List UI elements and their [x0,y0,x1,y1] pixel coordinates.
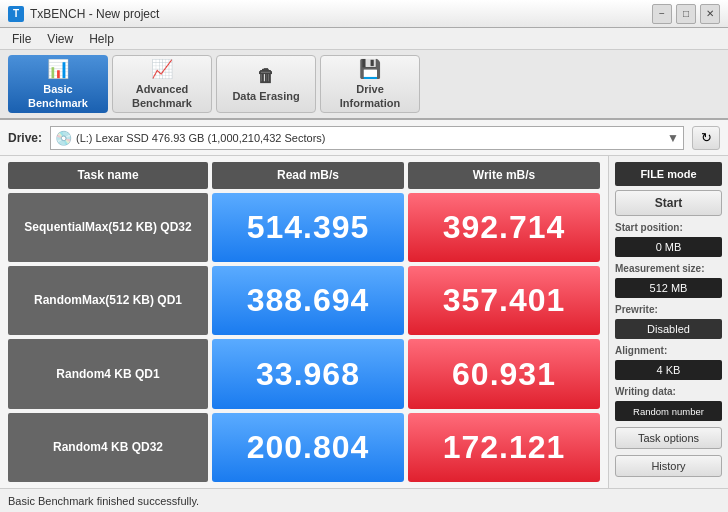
write-value-3: 60.931 [408,339,600,408]
task-name-3: Random 4 KB QD1 [8,339,208,408]
status-text: Basic Benchmark finished successfully. [8,495,199,507]
data-erasing-label: Data Erasing [232,90,299,102]
measurement-size-label: Measurement size: [615,263,722,274]
read-value-1: 514.395 [212,193,404,262]
alignment-label: Alignment: [615,345,722,356]
file-mode-button[interactable]: FILE mode [615,162,722,186]
table-row: Random Max(512 KB) QD1 388.694 357.401 [8,266,600,335]
toolbar: 📊 BasicBenchmark 📈 AdvancedBenchmark 🗑 D… [0,50,728,120]
maximize-button[interactable]: □ [676,4,696,24]
start-button[interactable]: Start [615,190,722,216]
header-task-name: Task name [8,162,208,189]
basic-benchmark-icon: 📊 [47,58,69,80]
alignment-value: 4 KB [615,360,722,380]
close-button[interactable]: ✕ [700,4,720,24]
toolbar-data-erasing[interactable]: 🗑 Data Erasing [216,55,316,113]
bench-header: Task name Read mB/s Write mB/s [8,162,600,189]
task-name-4: Random 4 KB QD32 [8,413,208,482]
task-name-1: Sequential Max(512 KB) QD32 [8,193,208,262]
prewrite-value: Disabled [615,319,722,339]
right-panel: FILE mode Start Start position: 0 MB Mea… [608,156,728,488]
toolbar-basic-benchmark[interactable]: 📊 BasicBenchmark [8,55,108,113]
drive-bar: Drive: 💿 (L:) Lexar SSD 476.93 GB (1,000… [0,120,728,156]
table-row: Random 4 KB QD1 33.968 60.931 [8,339,600,408]
table-row: Sequential Max(512 KB) QD32 514.395 392.… [8,193,600,262]
read-value-2: 388.694 [212,266,404,335]
measurement-size-value: 512 MB [615,278,722,298]
menu-help[interactable]: Help [81,30,122,48]
task-options-button[interactable]: Task options [615,427,722,449]
drive-dropdown-arrow: ▼ [667,131,679,145]
main-content: Task name Read mB/s Write mB/s Sequentia… [0,156,728,488]
title-bar: T TxBENCH - New project − □ ✕ [0,0,728,28]
header-write: Write mB/s [408,162,600,189]
toolbar-drive-information[interactable]: 💾 DriveInformation [320,55,420,113]
header-read: Read mB/s [212,162,404,189]
drive-refresh-button[interactable]: ↻ [692,126,720,150]
minimize-button[interactable]: − [652,4,672,24]
status-bar: Basic Benchmark finished successfully. [0,488,728,512]
prewrite-label: Prewrite: [615,304,722,315]
data-erasing-icon: 🗑 [257,66,275,87]
writing-data-label: Writing data: [615,386,722,397]
app-icon: T [8,6,24,22]
menu-view[interactable]: View [39,30,81,48]
task-name-2: Random Max(512 KB) QD1 [8,266,208,335]
write-value-4: 172.121 [408,413,600,482]
window-controls: − □ ✕ [652,4,720,24]
advanced-benchmark-icon: 📈 [151,58,173,80]
read-value-4: 200.804 [212,413,404,482]
drive-information-icon: 💾 [359,58,381,80]
history-button[interactable]: History [615,455,722,477]
write-value-1: 392.714 [408,193,600,262]
start-position-value: 0 MB [615,237,722,257]
drive-label: Drive: [8,131,42,145]
menu-bar: File View Help [0,28,728,50]
advanced-benchmark-label: AdvancedBenchmark [132,83,192,109]
benchmark-area: Task name Read mB/s Write mB/s Sequentia… [0,156,608,488]
drive-select-text: (L:) Lexar SSD 476.93 GB (1,000,210,432 … [76,132,325,144]
menu-file[interactable]: File [4,30,39,48]
drive-icon: 💿 [55,130,72,146]
drive-information-label: DriveInformation [340,83,401,109]
basic-benchmark-label: BasicBenchmark [28,83,88,109]
write-value-2: 357.401 [408,266,600,335]
read-value-3: 33.968 [212,339,404,408]
toolbar-advanced-benchmark[interactable]: 📈 AdvancedBenchmark [112,55,212,113]
title-bar-title: TxBENCH - New project [30,7,159,21]
start-position-label: Start position: [615,222,722,233]
table-row: Random 4 KB QD32 200.804 172.121 [8,413,600,482]
writing-data-value: Random number [615,401,722,421]
drive-select[interactable]: 💿 (L:) Lexar SSD 476.93 GB (1,000,210,43… [50,126,684,150]
